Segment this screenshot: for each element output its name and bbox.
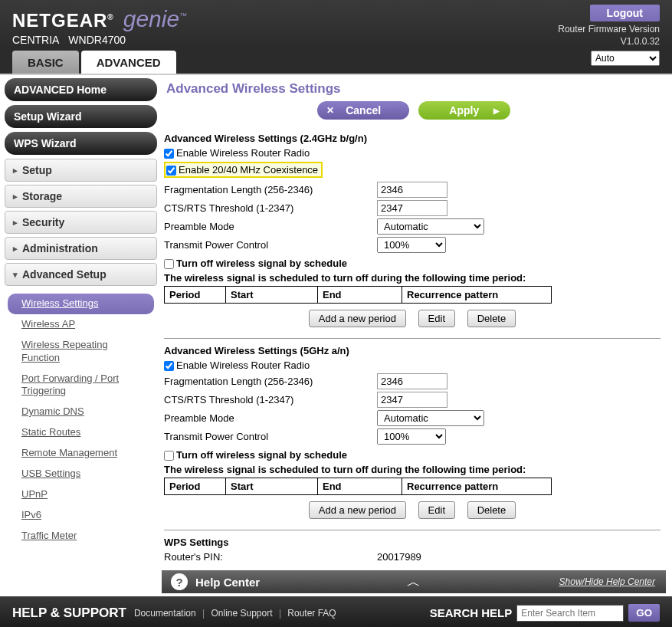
preamble-24-label: Preamble Mode xyxy=(164,221,377,232)
preamble-5-label: Preamble Mode xyxy=(164,412,377,424)
sidebar-advanced-home[interactable]: ADVANCED Home xyxy=(5,78,157,101)
cts-rts-5-label: CTS/RTS Threshold (1-2347) xyxy=(164,394,377,405)
edit-period-24-button[interactable]: Edit xyxy=(418,310,455,327)
edit-period-5-button[interactable]: Edit xyxy=(418,501,455,519)
help-center-bar: ? Help Center ︿ Show/Hide Help Center xyxy=(162,570,666,593)
search-go-button[interactable]: GO xyxy=(628,604,660,622)
sidebar: ADVANCED Home Setup Wizard WPS Wizard ▸S… xyxy=(0,75,162,596)
header: NETGEAR® genie™ CENTRIA WNDR4700 Logout … xyxy=(0,0,672,48)
help-icon: ? xyxy=(171,573,188,590)
sched-note-24: The wireless signal is scheduled to turn… xyxy=(164,272,661,284)
col-start: Start xyxy=(226,287,318,304)
tx-power-5-label: Transmit Power Control xyxy=(164,431,377,442)
cts-rts-5-input[interactable] xyxy=(377,392,447,408)
chevron-down-icon: ▾ xyxy=(13,270,18,280)
sidebar-group-storage[interactable]: ▸Storage xyxy=(5,185,157,208)
sidebar-item-wireless-ap[interactable]: Wireless AP xyxy=(5,314,157,335)
preamble-5-select[interactable]: Automatic xyxy=(377,410,484,426)
delete-period-5-button[interactable]: Delete xyxy=(467,501,516,519)
add-period-5-button[interactable]: Add a new period xyxy=(309,501,406,519)
cancel-button[interactable]: ✕Cancel xyxy=(317,101,409,120)
section-heading-wps: WPS Settings xyxy=(164,537,661,548)
tab-advanced[interactable]: ADVANCED xyxy=(81,51,176,74)
advanced-setup-submenu: Wireless Settings Wireless AP Wireless R… xyxy=(5,289,157,553)
apply-button[interactable]: Apply▶ xyxy=(418,101,510,120)
enable-radio-5-checkbox[interactable] xyxy=(164,361,174,371)
enable-radio-24-checkbox[interactable] xyxy=(164,149,174,159)
preamble-24-select[interactable]: Automatic xyxy=(377,218,484,235)
enable-radio-5-label[interactable]: Enable Wireless Router Radio xyxy=(164,359,310,371)
chevron-right-icon: ▸ xyxy=(13,218,18,228)
enable-coexistence-checkbox[interactable] xyxy=(166,166,176,176)
frag-length-24-input[interactable] xyxy=(377,182,447,198)
cts-rts-24-input[interactable] xyxy=(377,200,447,216)
cts-rts-24-label: CTS/RTS Threshold (1-2347) xyxy=(164,202,377,214)
help-support-heading: HELP & SUPPORT xyxy=(12,606,126,621)
search-help-label: SEARCH HELP xyxy=(430,606,513,619)
sidebar-item-ipv6[interactable]: IPv6 xyxy=(5,505,157,526)
section-heading-5ghz: Advanced Wireless Settings (5GHz a/n) xyxy=(164,345,661,356)
sidebar-item-wireless-repeating[interactable]: Wireless Repeating Function xyxy=(5,335,157,369)
router-pin-label: Router's PIN: xyxy=(164,551,377,563)
col-start: Start xyxy=(226,478,318,495)
add-period-24-button[interactable]: Add a new period xyxy=(309,310,406,327)
play-icon: ▶ xyxy=(493,107,500,115)
sidebar-item-usb-settings[interactable]: USB Settings xyxy=(5,464,157,484)
schedule-table-24: Period Start End Recurrence pattern xyxy=(164,286,552,304)
chevron-right-icon: ▸ xyxy=(13,166,18,176)
sidebar-item-upnp[interactable]: UPnP xyxy=(5,484,157,505)
genie-logo: genie™ xyxy=(123,6,187,32)
section-heading-24ghz: Advanced Wireless Settings (2.4GHz b/g/n… xyxy=(164,133,661,144)
help-toggle-link[interactable]: Show/Hide Help Center xyxy=(559,576,655,587)
frag-length-5-input[interactable] xyxy=(377,373,447,389)
tx-power-5-select[interactable]: 100% xyxy=(377,428,446,445)
tx-power-24-select[interactable]: 100% xyxy=(377,237,446,253)
page-title: Advanced Wireless Settings xyxy=(162,78,666,101)
schedule-table-5: Period Start End Recurrence pattern xyxy=(164,478,552,495)
divider xyxy=(164,338,661,339)
logout-button[interactable]: Logout xyxy=(590,5,660,21)
sidebar-item-dynamic-dns[interactable]: Dynamic DNS xyxy=(5,402,157,422)
sched-off-24-label[interactable]: Turn off wireless signal by schedule xyxy=(164,258,347,269)
delete-period-24-button[interactable]: Delete xyxy=(467,310,516,327)
search-help-input[interactable] xyxy=(516,605,624,622)
sidebar-item-wireless-settings[interactable]: Wireless Settings xyxy=(8,294,154,314)
col-end: End xyxy=(318,287,402,304)
settings-scroll-area[interactable]: Advanced Wireless Settings (2.4GHz b/g/n… xyxy=(162,126,666,569)
chevron-right-icon: ▸ xyxy=(13,244,18,254)
enable-radio-24-label[interactable]: Enable Wireless Router Radio xyxy=(164,147,310,159)
tx-power-24-label: Transmit Power Control xyxy=(164,239,377,251)
col-end: End xyxy=(318,478,402,495)
sidebar-item-static-routes[interactable]: Static Routes xyxy=(5,422,157,443)
tabs-row: BASIC ADVANCED Auto xyxy=(0,48,672,74)
sched-note-5: The wireless signal is scheduled to turn… xyxy=(164,464,661,475)
chevron-up-icon[interactable]: ︿ xyxy=(407,573,421,591)
sidebar-setup-wizard[interactable]: Setup Wizard xyxy=(5,105,157,128)
col-recur: Recurrence pattern xyxy=(402,478,552,495)
sidebar-group-advanced-setup[interactable]: ▾Advanced Setup xyxy=(5,263,157,286)
sidebar-item-remote-management[interactable]: Remote Management xyxy=(5,443,157,464)
sched-off-5-checkbox[interactable] xyxy=(164,451,174,461)
chevron-right-icon: ▸ xyxy=(13,192,18,202)
col-period: Period xyxy=(165,287,226,304)
sidebar-item-traffic-meter[interactable]: Traffic Meter xyxy=(5,526,157,547)
enable-coexistence-label[interactable]: Enable 20/40 MHz Coexistence xyxy=(166,164,318,176)
sched-off-24-checkbox[interactable] xyxy=(164,259,174,269)
firmware-info: Router Firmware Version V1.0.0.32 xyxy=(558,24,660,48)
sidebar-group-administration[interactable]: ▸Administration xyxy=(5,237,157,260)
frag-length-24-label: Fragmentation Length (256-2346) xyxy=(164,184,377,195)
sidebar-wps-wizard[interactable]: WPS Wizard xyxy=(5,132,157,155)
frag-length-5-label: Fragmentation Length (256-2346) xyxy=(164,376,377,387)
col-period: Period xyxy=(165,478,226,495)
sidebar-group-setup[interactable]: ▸Setup xyxy=(5,159,157,182)
tab-basic[interactable]: BASIC xyxy=(12,51,79,74)
documentation-link[interactable]: Documentation xyxy=(134,608,196,619)
help-center-title: Help Center xyxy=(195,576,260,589)
online-support-link[interactable]: Online Support xyxy=(211,608,272,619)
language-select[interactable]: Auto xyxy=(591,51,660,66)
sidebar-item-port-forwarding[interactable]: Port Forwarding / Port Triggering xyxy=(5,369,157,402)
router-faq-link[interactable]: Router FAQ xyxy=(287,608,336,619)
close-icon: ✕ xyxy=(326,105,334,116)
sched-off-5-label[interactable]: Turn off wireless signal by schedule xyxy=(164,449,347,461)
sidebar-group-security[interactable]: ▸Security xyxy=(5,211,157,234)
